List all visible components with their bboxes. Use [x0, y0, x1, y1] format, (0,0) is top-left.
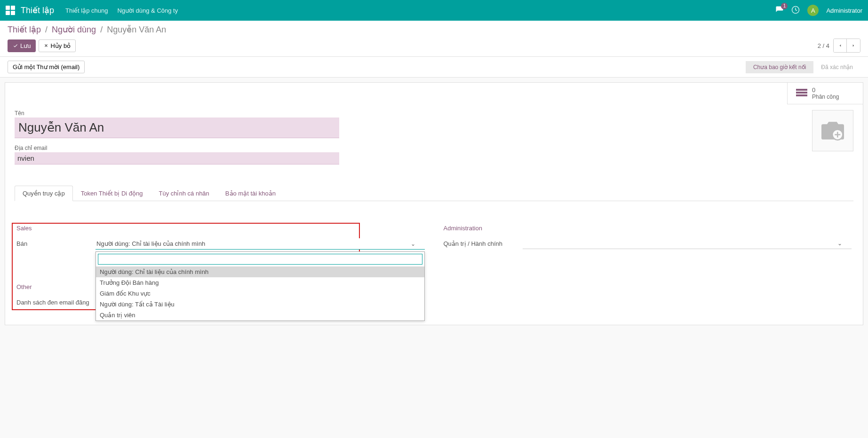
save-button[interactable]: Lưu — [8, 39, 36, 52]
pager-text[interactable]: 2 / 4 — [818, 42, 829, 49]
chevron-down-icon: ⌄ — [411, 241, 415, 247]
name-input[interactable] — [15, 117, 339, 138]
messages-badge: 1 — [781, 3, 788, 9]
stat-value: 0 — [812, 86, 839, 94]
stat-assignments-button[interactable]: 0 Phân công — [788, 83, 863, 104]
nav-general-settings[interactable]: Thiết lập chung — [65, 7, 108, 14]
status-bar: Gửi một Thư mời (email) Chưa bao giờ kết… — [0, 57, 868, 78]
chevron-down-icon: ⌄ — [837, 240, 842, 247]
admin-select[interactable]: ⌄ — [523, 238, 852, 249]
image-upload[interactable] — [812, 110, 853, 151]
send-invite-button[interactable]: Gửi một Thư mời (email) — [8, 61, 85, 73]
tab-preferences[interactable]: Tùy chỉnh cá nhân — [151, 186, 217, 201]
breadcrumb: Thiết lập / Người dùng / Nguyễn Văn An — [8, 24, 860, 35]
camera-plus-icon — [820, 119, 846, 142]
pager-prev-button[interactable] — [834, 39, 847, 52]
nav-users-companies[interactable]: Người dùng & Công ty — [117, 7, 178, 14]
top-navbar: Thiết lập Thiết lập chung Người dùng & C… — [0, 0, 868, 21]
messages-icon[interactable]: 1 — [775, 6, 784, 16]
dropdown-option[interactable]: Người dùng: Chỉ tài liệu của chính mình — [96, 266, 424, 277]
form-sheet: 0 Phân công Tên Địa chỉ email — [5, 82, 863, 325]
email-input[interactable] — [15, 152, 339, 164]
admin-field-label: Quản trị / Hành chính — [444, 238, 523, 247]
status-confirmed[interactable]: Đã xác nhận — [813, 61, 860, 73]
sales-select[interactable]: Người dùng: Chỉ tài liệu của chính mình … — [96, 238, 425, 250]
name-label: Tên — [15, 110, 803, 117]
tasks-icon — [796, 89, 807, 98]
tab-account-security[interactable]: Bảo mật tài khoản — [217, 186, 284, 201]
status-never-connected[interactable]: Chưa bao giờ kết nối — [746, 61, 813, 73]
dropdown-option[interactable]: Người dùng: Tất cả Tài liệu — [96, 299, 424, 310]
sales-dropdown: Người dùng: Chỉ tài liệu của chính mình … — [96, 251, 425, 321]
brand-title[interactable]: Thiết lập — [21, 5, 54, 16]
breadcrumb-root[interactable]: Thiết lập — [8, 25, 41, 34]
tab-access-rights[interactable]: Quyền truy cập — [15, 186, 73, 201]
tab-content: Sales Bán Người dùng: Chỉ tài liệu của c… — [15, 201, 853, 316]
tab-mobile-token[interactable]: Token Thiết bị Di động — [73, 186, 151, 201]
pager-next-button[interactable] — [847, 39, 860, 52]
section-admin-title: Administration — [444, 225, 852, 232]
status-steps: Chưa bao giờ kết nối Đã xác nhận — [746, 61, 860, 73]
dropdown-option[interactable]: Trưởng Đội Bán hàng — [96, 277, 424, 288]
stat-label: Phân công — [812, 94, 839, 100]
apps-icon[interactable] — [6, 6, 15, 15]
email-label: Địa chỉ email — [15, 145, 803, 151]
other-field-label: Danh sách đen email đăng — [16, 297, 96, 306]
dropdown-option[interactable]: Giám đốc Khu vực — [96, 288, 424, 299]
dropdown-search-input[interactable] — [98, 254, 422, 265]
sales-field-label: Bán — [16, 238, 96, 247]
control-panel: Thiết lập / Người dùng / Nguyễn Văn An L… — [0, 21, 868, 57]
avatar[interactable]: A — [807, 5, 819, 16]
activities-icon[interactable] — [791, 6, 800, 16]
dropdown-option[interactable]: Quản trị viên — [96, 310, 424, 321]
user-name[interactable]: Administrator — [826, 7, 862, 14]
breadcrumb-users[interactable]: Người dùng — [52, 25, 96, 34]
discard-button[interactable]: Hủy bỏ — [39, 39, 76, 52]
breadcrumb-current: Nguyễn Văn An — [107, 25, 166, 34]
section-sales-title: Sales — [16, 225, 425, 232]
tabs: Quyền truy cập Token Thiết bị Di động Tù… — [15, 185, 853, 201]
